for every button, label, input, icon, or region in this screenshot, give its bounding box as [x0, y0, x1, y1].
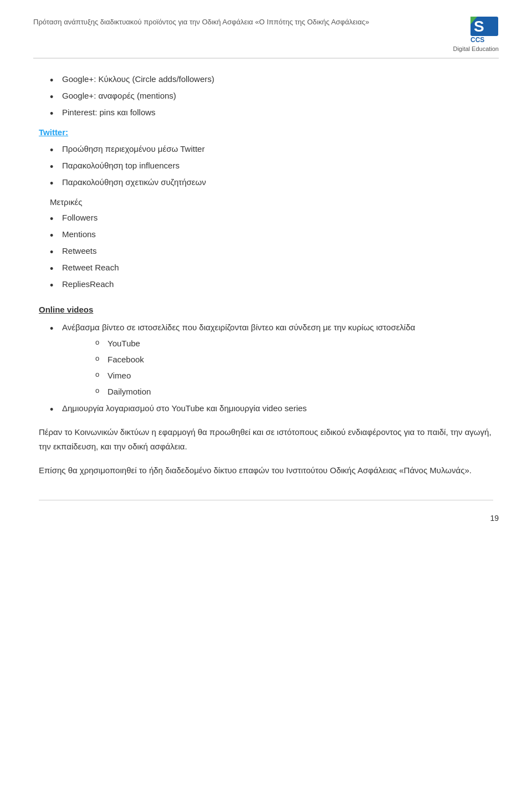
- bottom-divider: [39, 500, 493, 500]
- svg-text:CCS: CCS: [470, 36, 484, 44]
- logo-subtitle: Digital Education: [453, 45, 499, 52]
- list-item: Ανέβασμα βίντεο σε ιστοσελίδες που διαχε…: [50, 321, 493, 398]
- metrics-label: Μετρικές: [50, 197, 493, 207]
- sub-list: YouTube Facebook Vimeo Dailymotion: [95, 337, 493, 398]
- page-header: Πρόταση ανάπτυξης διαδικτυακού προϊόντος…: [33, 17, 499, 59]
- twitter-list: Προώθηση περιεχομένου μέσω Twitter Παρακ…: [50, 142, 493, 189]
- list-item: Δημιουργία λογαριασμού στο YouTube και δ…: [50, 402, 493, 415]
- list-item: Mentions: [50, 228, 493, 241]
- paragraph-2: Επίσης θα χρησιμοποιηθεί το ήδη διαδεδομ…: [39, 463, 493, 478]
- online-videos-list: Ανέβασμα βίντεο σε ιστοσελίδες που διαχε…: [50, 321, 493, 415]
- metrics-list: Followers Mentions Retweets Retweet Reac…: [50, 211, 493, 291]
- list-item: Followers: [50, 211, 493, 224]
- list-item: RepliesReach: [50, 278, 493, 291]
- paragraph-1: Πέραν το Κοινωνικών δικτύων η εφαρμογή θ…: [39, 425, 493, 453]
- sub-list-item: Dailymotion: [95, 385, 493, 398]
- googleplus-list: Google+: Κύκλους (Circle adds/followers)…: [50, 73, 493, 119]
- main-content: Google+: Κύκλους (Circle adds/followers)…: [33, 73, 499, 500]
- list-item: Προώθηση περιεχομένου μέσω Twitter: [50, 142, 493, 156]
- sub-list-item: Vimeo: [95, 369, 493, 382]
- twitter-label: Twitter:: [39, 127, 493, 137]
- ccs-logo: S CCS: [454, 17, 498, 44]
- list-item: Google+: Κύκλους (Circle adds/followers): [50, 73, 493, 86]
- sub-list-item: YouTube: [95, 337, 493, 350]
- header-title: Πρόταση ανάπτυξης διαδικτυακού προϊόντος…: [33, 17, 369, 28]
- list-item: Παρακολούθηση top influencers: [50, 159, 493, 172]
- online-videos-heading: Online videos: [39, 305, 493, 314]
- sub-list-item: Facebook: [95, 353, 493, 366]
- list-item: Παρακολούθηση σχετικών συζητήσεων: [50, 176, 493, 189]
- svg-text:S: S: [474, 18, 484, 35]
- logo-area: S CCS Digital Education: [453, 17, 499, 52]
- list-item: Retweets: [50, 244, 493, 258]
- twitter-section: Twitter: Προώθηση περιεχομένου μέσω Twit…: [39, 127, 493, 189]
- list-item: Retweet Reach: [50, 261, 493, 274]
- list-item: Pinterest: pins και follows: [50, 106, 493, 119]
- list-item: Google+: αναφορές (mentions): [50, 89, 493, 103]
- page-number: 19: [490, 514, 499, 523]
